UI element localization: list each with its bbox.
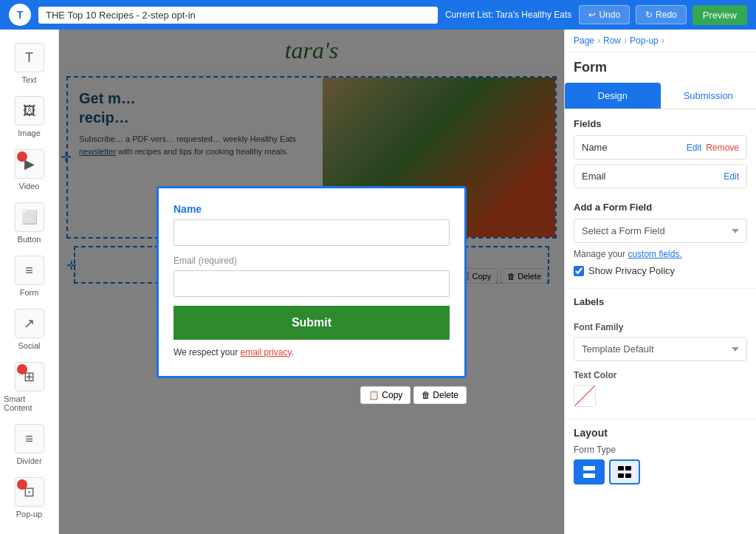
fields-title: Fields bbox=[574, 118, 747, 129]
svg-rect-1 bbox=[583, 473, 595, 478]
field-name-remove[interactable]: Remove bbox=[706, 143, 739, 153]
redo-button[interactable]: ↻ Redo bbox=[636, 5, 687, 24]
modal-actions: 📋 Copy 🗑 Delete bbox=[360, 386, 467, 404]
sidebar-item-text[interactable]: T Text bbox=[0, 37, 58, 90]
add-field-dropdown[interactable]: Select a Form Field bbox=[574, 219, 747, 243]
text-color-label: Text Color bbox=[574, 370, 747, 380]
modal-box: Name Email (required) Submit We respect … bbox=[157, 186, 467, 378]
name-input[interactable] bbox=[173, 219, 450, 246]
breadcrumb-popup[interactable]: Pop-up bbox=[630, 35, 659, 46]
sidebar-item-button-label: Button bbox=[18, 235, 41, 244]
sidebar-item-video[interactable]: ▶ Video bbox=[0, 143, 58, 196]
social-icon: ↗ bbox=[15, 309, 44, 338]
svg-rect-0 bbox=[583, 466, 595, 470]
sidebar-item-popup-label: Pop-up bbox=[16, 510, 42, 518]
divider-icon: ≡ bbox=[15, 424, 44, 453]
font-family-dropdown[interactable]: Template Default bbox=[574, 337, 747, 361]
svg-rect-4 bbox=[618, 473, 624, 478]
submit-button[interactable]: Submit bbox=[173, 306, 450, 340]
form-type-label: Form Type bbox=[574, 445, 747, 455]
modal-wrapper: Name Email (required) Submit We respect … bbox=[157, 186, 467, 378]
smart-content-icon: ⊞ bbox=[15, 362, 44, 391]
text-color-swatch[interactable] bbox=[574, 385, 596, 407]
tab-design[interactable]: Design bbox=[565, 83, 661, 109]
privacy-policy-label: Show Privacy Policy bbox=[588, 265, 675, 276]
form-type-single-col[interactable] bbox=[574, 459, 605, 485]
svg-rect-2 bbox=[618, 466, 624, 470]
privacy-policy-checkbox[interactable] bbox=[574, 266, 584, 276]
text-color-section: Text Color bbox=[565, 370, 756, 416]
privacy-link[interactable]: email privacy bbox=[241, 347, 292, 357]
custom-fields-link[interactable]: custom fields. bbox=[628, 249, 681, 259]
field-email-actions: Edit bbox=[724, 171, 739, 182]
field-name-label: Name bbox=[582, 142, 687, 153]
svg-rect-5 bbox=[625, 473, 631, 478]
layout-section: Layout Form Type bbox=[565, 427, 756, 493]
current-list: Current List: Tara's Healthy Eats bbox=[445, 10, 571, 20]
field-email-edit[interactable]: Edit bbox=[724, 171, 739, 182]
field-name-edit[interactable]: Edit bbox=[687, 143, 702, 153]
sidebar-item-divider[interactable]: ≡ Divider bbox=[0, 418, 58, 471]
panel-tabs: Design Submission bbox=[565, 83, 756, 109]
panel-title: Form bbox=[565, 52, 756, 83]
name-field-label: Name bbox=[173, 203, 450, 215]
sidebar-item-divider-label: Divider bbox=[16, 456, 41, 465]
sidebar-item-image[interactable]: 🖼 Image bbox=[0, 90, 58, 143]
top-bar: T THE Top 10 Recipes - 2-step opt-in Cur… bbox=[0, 0, 756, 30]
field-name-actions: Edit Remove bbox=[687, 143, 739, 153]
sidebar-item-smart-content-label: Smart Content bbox=[4, 394, 55, 412]
privacy-text: We respect your email privacy. bbox=[173, 347, 450, 361]
custom-fields-text: Manage your custom fields. bbox=[565, 249, 756, 265]
modal-delete-button[interactable]: 🗑 Delete bbox=[413, 386, 467, 404]
breadcrumb-row[interactable]: Row bbox=[603, 35, 621, 46]
email-field-label: Email (required) bbox=[173, 255, 450, 266]
divider-1 bbox=[565, 288, 756, 289]
form-type-options bbox=[574, 459, 747, 485]
breadcrumb-page[interactable]: Page bbox=[574, 35, 594, 46]
preview-button[interactable]: Preview bbox=[693, 5, 747, 25]
single-col-icon bbox=[582, 465, 597, 479]
divider-2 bbox=[565, 419, 756, 420]
field-row-name: Name Edit Remove bbox=[574, 135, 747, 160]
sidebar-item-social-label: Social bbox=[18, 341, 41, 350]
modal-overlay: Name Email (required) Submit We respect … bbox=[59, 30, 564, 534]
image-icon: 🖼 bbox=[15, 96, 44, 126]
form-icon: ≡ bbox=[15, 256, 44, 285]
field-row-email: Email Edit bbox=[574, 164, 747, 188]
email-input[interactable] bbox=[173, 270, 450, 297]
sidebar-item-button[interactable]: ⬜ Button bbox=[0, 196, 58, 250]
breadcrumb-sep-3: › bbox=[662, 35, 664, 46]
privacy-policy-row: Show Privacy Policy bbox=[565, 265, 756, 285]
page-title-input[interactable]: THE Top 10 Recipes - 2-step opt-in bbox=[38, 7, 438, 24]
two-col-icon bbox=[617, 465, 632, 479]
layout-title: Layout bbox=[574, 427, 747, 439]
video-icon: ▶ bbox=[15, 149, 44, 179]
sidebar-item-text-label: Text bbox=[21, 75, 36, 84]
breadcrumb-sep-1: › bbox=[597, 35, 600, 46]
add-field-title: Add a Form Field bbox=[574, 202, 747, 213]
main-layout: T Text 🖼 Image ▶ Video ⬜ Button ≡ Form ↗… bbox=[0, 30, 756, 534]
labels-section: Labels bbox=[565, 296, 756, 322]
sidebar-item-smart-content[interactable]: ⊞ Smart Content bbox=[0, 356, 58, 418]
button-icon: ⬜ bbox=[15, 202, 44, 232]
font-family-section: Font Family Template Default bbox=[565, 322, 756, 370]
form-type-two-col[interactable] bbox=[609, 459, 640, 485]
app-logo: T bbox=[9, 4, 31, 26]
font-family-label: Font Family bbox=[574, 322, 747, 332]
modal-inner: Name Email (required) Submit We respect … bbox=[159, 188, 464, 376]
right-panel: Page › Row › Pop-up › Form Design Submis… bbox=[564, 30, 756, 534]
modal-copy-button[interactable]: 📋 Copy bbox=[360, 386, 410, 404]
sidebar-item-image-label: Image bbox=[18, 129, 41, 137]
popup-icon: ⊡ bbox=[15, 477, 44, 507]
fields-section: Fields Name Edit Remove Email Edit bbox=[565, 118, 756, 202]
undo-button[interactable]: ↩ Undo bbox=[579, 5, 630, 24]
sidebar-item-video-label: Video bbox=[19, 182, 40, 191]
labels-title: Labels bbox=[574, 296, 747, 307]
toolbar-actions: ↩ Undo ↻ Redo Preview bbox=[579, 5, 747, 25]
sidebar-item-form[interactable]: ≡ Form bbox=[0, 250, 58, 303]
breadcrumb-sep-2: › bbox=[624, 35, 627, 46]
tab-submission[interactable]: Submission bbox=[661, 83, 757, 109]
sidebar-item-popup[interactable]: ⊡ Pop-up bbox=[0, 471, 58, 524]
sidebar-item-social[interactable]: ↗ Social bbox=[0, 303, 58, 356]
svg-rect-3 bbox=[625, 466, 631, 470]
